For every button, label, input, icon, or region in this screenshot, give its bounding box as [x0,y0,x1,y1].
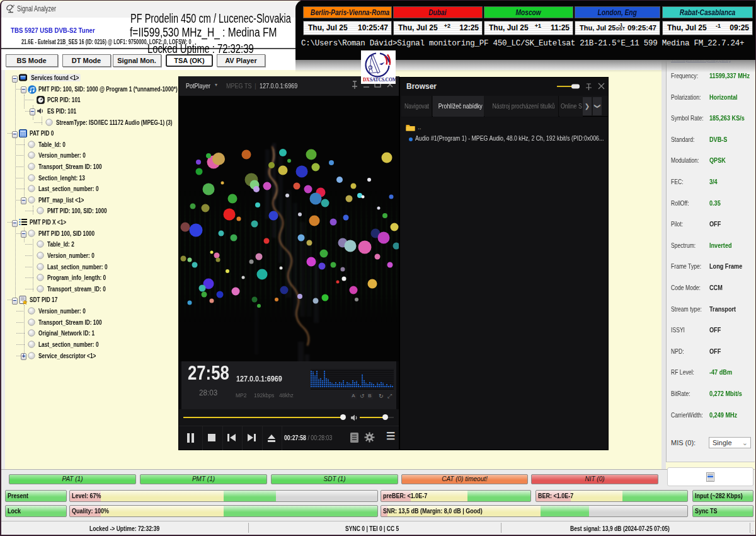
svg-text:DXSATCS.COM: DXSATCS.COM [363,77,396,83]
